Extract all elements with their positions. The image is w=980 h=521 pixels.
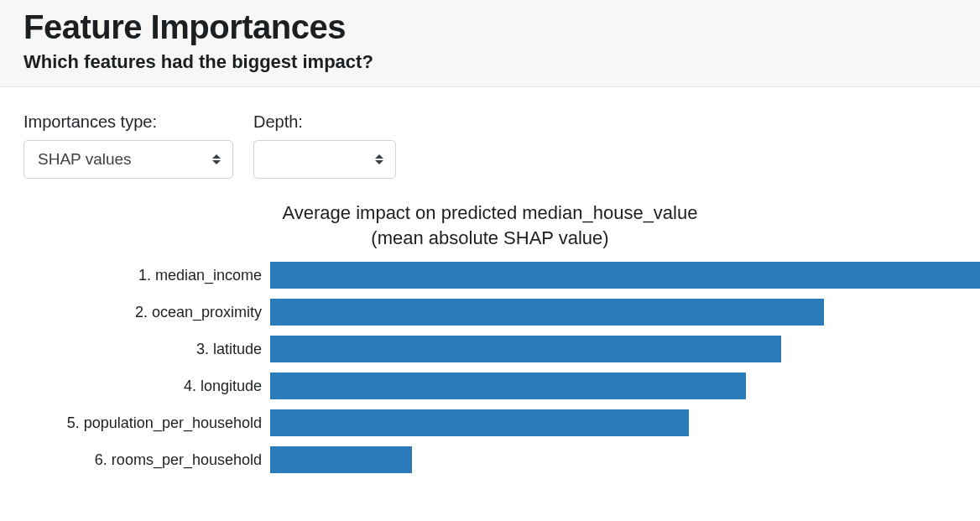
bar <box>270 446 412 473</box>
bar <box>270 409 689 436</box>
chevron-sort-icon <box>375 154 383 164</box>
bar <box>270 373 746 399</box>
bar-row: 1. median_income <box>0 257 980 294</box>
importances-type-label: Importances type: <box>23 112 233 132</box>
bar-cell <box>270 446 980 473</box>
bar-row: 5. population_per_household <box>0 404 980 441</box>
bar-cell <box>270 373 980 399</box>
bar-cell <box>270 262 980 289</box>
page-subtitle: Which features had the biggest impact? <box>23 51 957 73</box>
importances-type-control: Importances type: SHAP values <box>23 112 233 179</box>
bar-cell <box>270 409 980 436</box>
bar-row: 3. latitude <box>0 331 980 367</box>
bar-label: 2. ocean_proximity <box>0 304 270 321</box>
importances-type-value: SHAP values <box>38 150 132 169</box>
depth-select[interactable] <box>253 140 396 179</box>
bar <box>270 262 980 289</box>
bar-row: 6. rooms_per_household <box>0 441 980 478</box>
controls-row: Importances type: SHAP values Depth: <box>0 87 980 187</box>
depth-control: Depth: <box>253 112 396 179</box>
bar-label: 3. latitude <box>0 341 270 358</box>
page-title: Feature Importances <box>23 8 957 46</box>
bar-cell <box>270 299 980 326</box>
bar-row: 2. ocean_proximity <box>0 294 980 331</box>
depth-label: Depth: <box>253 112 396 132</box>
bar-label: 1. median_income <box>0 267 270 284</box>
feature-importance-chart: Average impact on predicted median_house… <box>0 187 980 478</box>
bar <box>270 336 781 362</box>
chart-title: Average impact on predicted median_house… <box>0 201 980 250</box>
bar <box>270 299 824 326</box>
bar-label: 4. longitude <box>0 378 270 395</box>
chevron-sort-icon <box>212 154 221 164</box>
bar-row: 4. longitude <box>0 367 980 404</box>
bar-label: 5. population_per_household <box>0 414 270 432</box>
importances-type-select[interactable]: SHAP values <box>23 140 233 179</box>
bar-label: 6. rooms_per_household <box>0 451 270 469</box>
chart-body: 1. median_income2. ocean_proximity3. lat… <box>0 257 980 478</box>
header: Feature Importances Which features had t… <box>0 0 980 87</box>
bar-cell <box>270 336 980 362</box>
